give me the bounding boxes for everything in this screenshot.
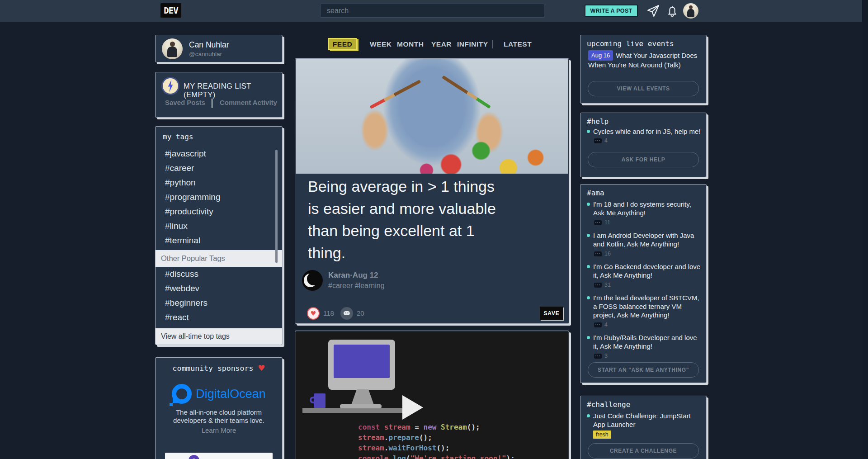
post-author-name[interactable]: Karan bbox=[328, 271, 350, 279]
popular-tags-list: #discuss #webdev #beginners #react bbox=[156, 267, 282, 325]
challenge-item[interactable]: Just Code Challenge: JumpStart App Launc… bbox=[593, 412, 702, 429]
ama-comment-count: 31 bbox=[594, 282, 611, 288]
other-popular-tags-label: Other Popular Tags bbox=[156, 250, 282, 267]
paint-brush-shape bbox=[442, 76, 491, 109]
tab-year[interactable]: YEAR bbox=[431, 40, 452, 48]
fresh-badge: fresh bbox=[593, 431, 611, 439]
tabs-divider bbox=[492, 40, 493, 48]
sponsor-logo-box bbox=[165, 453, 273, 459]
connect-paper-plane-icon[interactable] bbox=[646, 4, 660, 18]
comment-bubble-icon bbox=[594, 138, 602, 143]
post-date: Aug 12 bbox=[353, 271, 378, 279]
post-cover-image[interactable] bbox=[296, 59, 568, 174]
start-ama-button[interactable]: START AN "ASK ME ANYTHING" bbox=[588, 362, 699, 378]
help-card: #help Cycles while and for in JS, help m… bbox=[580, 113, 707, 177]
tag-discuss[interactable]: #discuss bbox=[156, 267, 282, 281]
sponsors-header: community sponsors ♥ bbox=[156, 363, 282, 373]
tag-terminal[interactable]: #terminal bbox=[156, 233, 282, 248]
top-navbar: DEV WRITE A POST bbox=[0, 0, 862, 22]
tag-javascript[interactable]: #javascript bbox=[156, 147, 282, 161]
profile-card: Can Nuhlar @cannuhlar bbox=[155, 35, 283, 62]
challenge-card: #challenge Just Code Challenge: JumpStar… bbox=[580, 396, 707, 459]
post-title[interactable]: Being average in > 1 things is easier an… bbox=[308, 175, 496, 264]
write-a-post-button[interactable]: WRITE A POST bbox=[585, 5, 638, 17]
view-all-tags-link[interactable]: View all-time top tags bbox=[156, 328, 282, 345]
monitor-screen bbox=[334, 345, 390, 378]
comment-activity-link[interactable]: Comment Activity bbox=[220, 99, 277, 106]
ama-item[interactable]: I'm Go Backend developer and love it, As… bbox=[593, 262, 702, 279]
heart-reaction-button[interactable] bbox=[307, 307, 320, 320]
digitalocean-mark-icon bbox=[172, 384, 192, 404]
comment-reaction-icon[interactable] bbox=[340, 307, 353, 320]
paint-brush-shape bbox=[370, 80, 421, 109]
digitalocean-logo[interactable]: DigitalOcean bbox=[156, 384, 282, 404]
tag-python[interactable]: #python bbox=[156, 175, 282, 190]
ama-comment-count: 11 bbox=[594, 220, 610, 225]
saved-posts-link[interactable]: Saved Posts bbox=[165, 99, 205, 106]
ama-item[interactable]: I'm 18 and I do systems security, Ask Me… bbox=[593, 200, 702, 217]
profile-avatar[interactable] bbox=[162, 38, 183, 59]
my-tags-card: my tags #javascript #career #python #pro… bbox=[155, 126, 283, 345]
live-events-card: upcoming live events Aug 16What Your Jav… bbox=[580, 35, 707, 104]
comment-bubble-icon bbox=[594, 354, 602, 359]
help-item[interactable]: Cycles while and for in JS, help me! bbox=[593, 127, 702, 136]
tab-month[interactable]: MONTH bbox=[397, 40, 424, 48]
profile-name[interactable]: Can Nuhlar bbox=[189, 40, 229, 50]
post-author-avatar[interactable] bbox=[302, 270, 323, 291]
save-button[interactable]: SAVE bbox=[540, 307, 563, 320]
post-tags[interactable]: #career #learning bbox=[328, 282, 385, 290]
tag-career[interactable]: #career bbox=[156, 161, 282, 175]
community-sponsors-card: community sponsors ♥ DigitalOcean The al… bbox=[155, 357, 283, 459]
tag-beginners[interactable]: #beginners bbox=[156, 296, 282, 310]
tab-latest[interactable]: LATEST bbox=[504, 40, 532, 48]
learn-more-link[interactable]: Learn More bbox=[156, 426, 282, 434]
search-input[interactable] bbox=[320, 4, 544, 18]
digitalocean-wordmark: DigitalOcean bbox=[196, 387, 266, 401]
feed-video-post-card: const stream = new Stream();stream.prepa… bbox=[295, 331, 569, 459]
ama-card: #ama I'm 18 and I do systems security, A… bbox=[580, 184, 707, 383]
ask-for-help-button[interactable]: ASK FOR HELP bbox=[588, 152, 699, 167]
links-divider bbox=[212, 99, 212, 108]
notifications-bell-icon[interactable] bbox=[665, 4, 679, 18]
play-icon[interactable] bbox=[402, 395, 423, 420]
comment-bubble-icon bbox=[594, 283, 602, 288]
dev-community-page: DEV WRITE A POST Can Nuhlar @cannuhlar M… bbox=[0, 0, 868, 459]
heart-icon: ♥ bbox=[258, 363, 265, 373]
comment-bubble-icon bbox=[594, 251, 602, 256]
ama-item[interactable]: I'm the lead developer of SBTCVM, a FOSS… bbox=[593, 293, 702, 319]
comment-bubble-icon bbox=[594, 322, 602, 327]
event-item[interactable]: Aug 16What Your Javascript Does When You… bbox=[588, 50, 698, 69]
tab-infinity[interactable]: INFINITY bbox=[457, 40, 488, 48]
reading-list-card: MY READING LIST (EMPTY) Saved Posts Comm… bbox=[155, 72, 283, 118]
tag-webdev[interactable]: #webdev bbox=[156, 281, 282, 296]
ama-item[interactable]: I am Android Developer with Java and Kot… bbox=[593, 231, 702, 248]
tag-programming[interactable]: #programming bbox=[156, 190, 282, 204]
post-byline[interactable]: Karan·Aug 12 bbox=[328, 271, 378, 280]
ama-item[interactable]: I'm Ruby/Rails Developer and love it, As… bbox=[593, 333, 702, 350]
tab-week[interactable]: WEEK bbox=[370, 40, 392, 48]
mug-icon bbox=[314, 393, 326, 408]
reading-list-links: Saved Posts Comment Activity bbox=[156, 99, 282, 109]
monitor-base bbox=[340, 404, 382, 408]
tag-productivity[interactable]: #productivity bbox=[156, 204, 282, 219]
events-header: upcoming live events bbox=[587, 39, 674, 48]
video-thumbnail[interactable]: const stream = new Stream();stream.prepa… bbox=[296, 331, 568, 459]
tag-react[interactable]: #react bbox=[156, 310, 282, 325]
page-scrollbar-track[interactable] bbox=[862, 0, 868, 459]
dev-logo[interactable]: DEV bbox=[160, 3, 181, 18]
user-avatar[interactable] bbox=[683, 3, 698, 19]
ama-header: #ama bbox=[587, 189, 604, 197]
monitor-icon bbox=[328, 340, 395, 390]
reading-list-title[interactable]: MY READING LIST (EMPTY) bbox=[184, 82, 282, 99]
create-challenge-button[interactable]: CREATE A CHALLENGE bbox=[588, 443, 699, 459]
sponsor-tagline: The all-in-one cloud platform developers… bbox=[156, 408, 282, 425]
code-snippet: const stream = new Stream();stream.prepa… bbox=[358, 422, 515, 459]
tags-scrollbar[interactable] bbox=[275, 150, 278, 263]
comment-bubble-icon bbox=[594, 220, 602, 225]
monitor-stand bbox=[351, 389, 374, 405]
help-comment-count: 4 bbox=[594, 138, 608, 143]
view-all-events-button[interactable]: VIEW ALL EVENTS bbox=[588, 81, 699, 96]
tab-feed[interactable]: FEED bbox=[328, 38, 357, 50]
tag-linux[interactable]: #linux bbox=[156, 219, 282, 233]
profile-handle: @cannuhlar bbox=[189, 51, 222, 57]
